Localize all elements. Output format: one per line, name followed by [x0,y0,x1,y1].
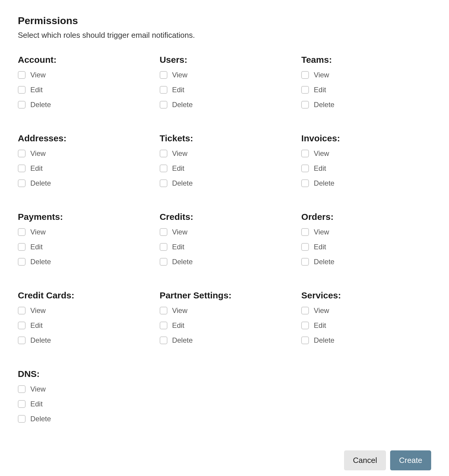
checkbox-row-services-view: View [301,306,431,315]
checkbox-credits-edit[interactable] [160,243,167,251]
checkbox-row-account-edit: Edit [18,86,148,94]
checkbox-invoices-delete[interactable] [301,179,309,187]
checkbox-label-teams-delete: Delete [314,101,334,109]
checkbox-row-partner-settings-view: View [160,306,290,315]
checkbox-credit-cards-delete[interactable] [18,336,26,344]
checkbox-invoices-edit[interactable] [301,165,309,172]
checkbox-label-services-delete: Delete [314,336,334,345]
checkbox-orders-delete[interactable] [301,258,309,266]
cancel-button[interactable]: Cancel [344,450,386,470]
button-row: Cancel Create [18,450,431,470]
checkbox-label-services-edit: Edit [314,321,326,330]
checkbox-account-view[interactable] [18,71,26,79]
checkbox-label-payments-view: View [30,228,46,236]
permission-group-orders: Orders:ViewEditDelete [301,212,431,273]
checkbox-credits-delete[interactable] [160,258,167,266]
checkbox-row-dns-view: View [18,385,148,393]
checkbox-users-view[interactable] [160,71,167,79]
checkbox-row-addresses-delete: Delete [18,179,148,187]
checkbox-label-orders-view: View [314,228,329,236]
permission-group-tickets: Tickets:ViewEditDelete [160,133,290,194]
checkbox-orders-view[interactable] [301,228,309,236]
create-button[interactable]: Create [390,450,431,470]
checkbox-label-credits-delete: Delete [172,258,193,266]
checkbox-label-services-view: View [314,306,329,315]
checkbox-label-credits-edit: Edit [172,243,184,251]
checkbox-row-teams-view: View [301,71,431,79]
checkbox-invoices-view[interactable] [301,150,309,157]
group-title-tickets: Tickets: [160,133,290,143]
checkbox-row-invoices-delete: Delete [301,179,431,187]
checkbox-partner-settings-edit[interactable] [160,322,167,329]
checkbox-tickets-delete[interactable] [160,179,167,187]
page-title: Permissions [18,15,431,26]
permission-group-payments: Payments:ViewEditDelete [18,212,148,273]
checkbox-label-account-edit: Edit [30,86,43,94]
checkbox-row-invoices-view: View [301,149,431,158]
checkbox-row-partner-settings-delete: Delete [160,336,290,345]
checkbox-row-tickets-edit: Edit [160,164,290,173]
checkbox-teams-edit[interactable] [301,86,309,94]
permission-group-dns: DNS:ViewEditDelete [18,369,148,430]
checkbox-account-delete[interactable] [18,101,26,109]
checkbox-row-credit-cards-delete: Delete [18,336,148,345]
checkbox-addresses-view[interactable] [18,150,26,157]
checkbox-label-credit-cards-view: View [30,306,46,315]
permission-group-partner-settings: Partner Settings:ViewEditDelete [160,290,290,351]
checkbox-label-addresses-delete: Delete [30,179,51,187]
checkbox-label-invoices-delete: Delete [314,179,334,187]
checkbox-tickets-edit[interactable] [160,165,167,172]
checkbox-addresses-delete[interactable] [18,179,26,187]
checkbox-payments-delete[interactable] [18,258,26,266]
checkbox-row-tickets-view: View [160,149,290,158]
checkbox-row-dns-delete: Delete [18,415,148,423]
checkbox-partner-settings-view[interactable] [160,307,167,314]
checkbox-services-delete[interactable] [301,336,309,344]
permission-group-credit-cards: Credit Cards:ViewEditDelete [18,290,148,351]
checkbox-label-dns-edit: Edit [30,400,43,408]
checkbox-account-edit[interactable] [18,86,26,94]
checkbox-label-partner-settings-delete: Delete [172,336,193,345]
group-title-addresses: Addresses: [18,133,148,143]
checkbox-users-delete[interactable] [160,101,167,109]
checkbox-services-view[interactable] [301,307,309,314]
checkbox-label-teams-view: View [314,71,329,79]
checkbox-teams-delete[interactable] [301,101,309,109]
checkbox-row-orders-edit: Edit [301,243,431,251]
checkbox-partner-settings-delete[interactable] [160,336,167,344]
group-title-orders: Orders: [301,212,431,222]
checkbox-dns-delete[interactable] [18,415,26,423]
checkbox-label-addresses-edit: Edit [30,164,43,173]
page-subtitle: Select which roles should trigger email … [18,31,431,40]
checkbox-tickets-view[interactable] [160,150,167,157]
checkbox-row-credits-view: View [160,228,290,236]
checkbox-credits-view[interactable] [160,228,167,236]
checkbox-dns-view[interactable] [18,385,26,393]
checkbox-teams-view[interactable] [301,71,309,79]
group-title-payments: Payments: [18,212,148,222]
checkbox-row-credit-cards-view: View [18,306,148,315]
checkbox-row-addresses-view: View [18,149,148,158]
checkbox-row-users-edit: Edit [160,86,290,94]
checkbox-row-dns-edit: Edit [18,400,148,408]
checkbox-orders-edit[interactable] [301,243,309,251]
checkbox-payments-view[interactable] [18,228,26,236]
checkbox-row-services-delete: Delete [301,336,431,345]
checkbox-row-credits-delete: Delete [160,258,290,266]
checkbox-users-edit[interactable] [160,86,167,94]
checkbox-addresses-edit[interactable] [18,165,26,172]
permissions-grid: Account:ViewEditDeleteUsers:ViewEditDele… [18,55,431,430]
checkbox-services-edit[interactable] [301,322,309,329]
checkbox-credit-cards-edit[interactable] [18,322,26,329]
checkbox-label-payments-edit: Edit [30,243,43,251]
checkbox-payments-edit[interactable] [18,243,26,251]
checkbox-label-invoices-edit: Edit [314,164,326,173]
checkbox-row-payments-delete: Delete [18,258,148,266]
checkbox-dns-edit[interactable] [18,400,26,408]
permission-group-invoices: Invoices:ViewEditDelete [301,133,431,194]
checkbox-row-payments-edit: Edit [18,243,148,251]
checkbox-credit-cards-view[interactable] [18,307,26,314]
checkbox-label-credits-view: View [172,228,188,236]
group-title-users: Users: [160,55,290,65]
group-title-services: Services: [301,290,431,300]
